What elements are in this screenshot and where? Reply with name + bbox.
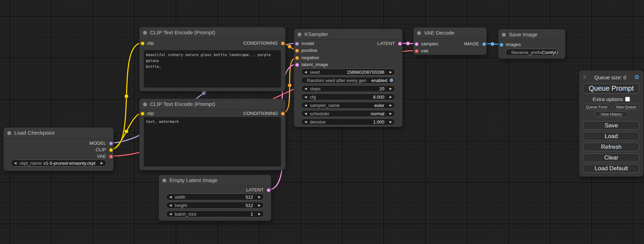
widget-cfg[interactable]: ◀cfg8.000▶ xyxy=(301,93,395,100)
load-button[interactable]: Load xyxy=(583,132,639,141)
node-title-bar[interactable]: Load Checkpoint xyxy=(4,128,113,138)
node-title-bar[interactable]: CLIP Text Encode (Prompt) xyxy=(140,27,285,38)
output-port-MODEL-icon[interactable] xyxy=(109,142,113,145)
increment-arrow-icon[interactable]: ▶ xyxy=(255,202,264,208)
node-save-image[interactable]: Save Imageimagesfilename_prefixComfyUI xyxy=(498,29,565,59)
widget-seed[interactable]: ◀seed156680208700286▶ xyxy=(301,69,395,75)
output-port-VAE-icon[interactable] xyxy=(109,155,113,159)
output-port-CLIP-icon[interactable] xyxy=(109,148,113,152)
collapse-dot-icon[interactable] xyxy=(502,33,506,37)
link-midpoint-dot xyxy=(491,42,494,46)
view-queue-button[interactable]: View Queue xyxy=(612,104,639,110)
widget-label: cfg xyxy=(310,94,316,100)
node-clip-encode-negative[interactable]: CLIP Text Encode (Prompt)clipCONDITIONIN… xyxy=(139,99,285,170)
widget-height[interactable]: ◀height512▶ xyxy=(166,202,264,209)
widget-label: seed xyxy=(310,70,320,75)
load-default-button[interactable]: Load Default xyxy=(583,164,639,173)
increment-arrow-icon[interactable]: ▶ xyxy=(386,102,395,108)
increment-arrow-icon[interactable]: ▶ xyxy=(386,119,395,125)
widget-steps[interactable]: ◀steps20▶ xyxy=(301,85,395,92)
collapse-dot-icon[interactable] xyxy=(162,179,166,182)
widget-filename-prefix[interactable]: filename_prefixComfyUI xyxy=(505,49,558,56)
node-clip-encode-positive[interactable]: CLIP Text Encode (Prompt)clipCONDITIONIN… xyxy=(139,27,285,91)
link-midpoint-dot xyxy=(125,94,129,98)
widget-denoise[interactable]: ◀denoise1.000▶ xyxy=(301,118,395,125)
graph-canvas[interactable]: Load CheckpointMODELCLIPVAE◀ckpt_namev1-… xyxy=(0,0,644,244)
collapse-dot-icon[interactable] xyxy=(143,31,147,35)
decrement-arrow-icon[interactable]: ◀ xyxy=(301,119,310,125)
output-port-CONDITIONING-icon[interactable] xyxy=(281,112,285,116)
collapse-dot-icon[interactable] xyxy=(7,131,11,135)
input-port-latent_image-icon[interactable] xyxy=(295,63,299,67)
widget-sampler-name[interactable]: ◀sampler_nameeuler▶ xyxy=(301,102,395,109)
drag-handle-icon[interactable]: ⠿ xyxy=(583,75,586,80)
widget-value: 1.000 xyxy=(326,119,386,125)
collapse-dot-icon[interactable] xyxy=(298,33,301,36)
link-midpoint-dot xyxy=(288,83,292,87)
node-title-bar[interactable]: Empty Latent Image xyxy=(159,175,271,186)
extra-options-checkbox[interactable] xyxy=(625,97,630,101)
output-port-IMAGE-icon[interactable] xyxy=(482,42,486,46)
output-port-LATENT-icon[interactable] xyxy=(267,188,271,192)
input-port-samples-icon[interactable] xyxy=(415,42,418,46)
widget-ckpt-name[interactable]: ◀ckpt_namev1-5-pruned-emaonly.ckpt▶ xyxy=(11,160,106,166)
increment-arrow-icon[interactable]: ▶ xyxy=(97,160,106,166)
widget-batch-size[interactable]: ◀batch_size1▶ xyxy=(166,210,264,217)
toggle-knob-icon[interactable] xyxy=(389,78,394,82)
prompt-textarea[interactable]: beautiful scenery nature glass bottle la… xyxy=(144,50,281,88)
node-title-bar[interactable]: KSampler xyxy=(294,29,402,40)
output-label: LATENT xyxy=(377,41,395,46)
widget-random-seed-after-every-gen[interactable]: Random seed after every genenabled xyxy=(301,77,395,84)
queue-size-label: Queue size: 0 xyxy=(586,74,634,80)
widget-value: v1-5-pruned-emaonly.ckpt xyxy=(42,161,97,166)
prompt-textarea[interactable]: text, watermark xyxy=(144,117,281,166)
queue-prompt-button[interactable]: Queue Prompt xyxy=(583,83,639,93)
view-history-button[interactable]: View History xyxy=(594,111,628,117)
decrement-arrow-icon[interactable]: ◀ xyxy=(301,69,310,75)
node-title-bar[interactable]: VAE Decode xyxy=(414,28,486,38)
queue-front-button[interactable]: Queue Front xyxy=(583,104,610,110)
increment-arrow-icon[interactable]: ▶ xyxy=(386,94,395,100)
increment-arrow-icon[interactable]: ▶ xyxy=(255,194,264,200)
decrement-arrow-icon[interactable]: ◀ xyxy=(301,102,310,108)
decrement-arrow-icon[interactable]: ◀ xyxy=(301,94,310,100)
settings-gear-icon[interactable]: ⚙ xyxy=(634,74,639,81)
node-empty-latent[interactable]: Empty Latent ImageLATENT◀width512▶◀heigh… xyxy=(159,175,271,221)
decrement-arrow-icon[interactable]: ◀ xyxy=(166,202,175,208)
increment-arrow-icon[interactable]: ▶ xyxy=(386,85,395,92)
node-vae-decode[interactable]: VAE DecodesamplesvaeIMAGE xyxy=(413,27,487,55)
decrement-arrow-icon[interactable]: ◀ xyxy=(166,211,175,217)
collapse-dot-icon[interactable] xyxy=(143,102,147,106)
decrement-arrow-icon[interactable]: ◀ xyxy=(11,160,20,166)
input-port-negative-icon[interactable] xyxy=(295,56,299,60)
input-port-positive-icon[interactable] xyxy=(295,49,299,53)
input-label: vae xyxy=(421,48,429,54)
widget-width[interactable]: ◀width512▶ xyxy=(166,193,264,200)
decrement-arrow-icon[interactable]: ◀ xyxy=(301,110,310,117)
node-title-bar[interactable]: CLIP Text Encode (Prompt) xyxy=(140,99,285,110)
input-port-images-icon[interactable] xyxy=(500,43,503,47)
node-title-bar[interactable]: Save Image xyxy=(499,29,565,40)
decrement-arrow-icon[interactable]: ◀ xyxy=(301,85,310,92)
refresh-button[interactable]: Refresh xyxy=(583,143,639,151)
save-button[interactable]: Save xyxy=(583,121,639,130)
input-port-clip-icon[interactable] xyxy=(141,112,144,116)
increment-arrow-icon[interactable]: ▶ xyxy=(386,110,395,117)
widget-label: denoise xyxy=(310,119,326,125)
clear-button[interactable]: Clear xyxy=(583,153,639,162)
output-port-CONDITIONING-icon[interactable] xyxy=(281,42,285,45)
increment-arrow-icon[interactable]: ▶ xyxy=(386,69,395,75)
input-port-model-icon[interactable] xyxy=(295,42,299,46)
widget-scheduler[interactable]: ◀schedulernormal▶ xyxy=(301,110,395,117)
increment-arrow-icon[interactable]: ▶ xyxy=(255,211,264,217)
input-port-vae-icon[interactable] xyxy=(415,49,418,53)
node-load-checkpoint[interactable]: Load CheckpointMODELCLIPVAE◀ckpt_namev1-… xyxy=(3,127,114,171)
widget-label: sampler_name xyxy=(310,103,340,108)
input-label: samples xyxy=(421,41,438,47)
input-port-clip-icon[interactable] xyxy=(141,42,144,45)
collapse-dot-icon[interactable] xyxy=(417,31,421,35)
node-ksampler[interactable]: KSamplermodelpositivenegativelatent_imag… xyxy=(294,29,403,127)
decrement-arrow-icon[interactable]: ◀ xyxy=(166,194,175,200)
menu-header: ⠿ Queue size: 0 ⚙ xyxy=(583,74,639,81)
output-port-LATENT-icon[interactable] xyxy=(398,42,402,46)
